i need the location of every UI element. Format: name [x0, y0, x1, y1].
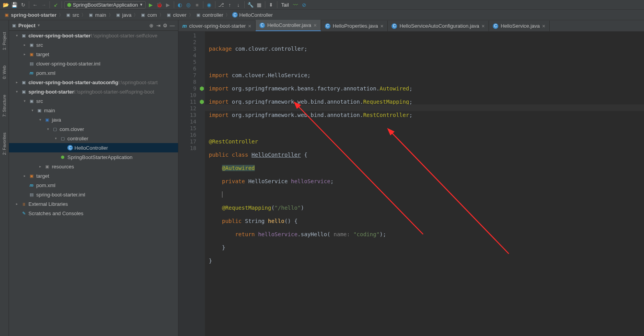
editor-tab[interactable]: CHelloService.java×	[489, 21, 550, 31]
code-editor[interactable]: 123456789101112131415161718 ⬢ ⬢ package …	[178, 32, 644, 336]
collapse-icon[interactable]: ⇥	[155, 22, 162, 29]
tree-label: clover-spring-boot-starter-autoconfig	[28, 80, 118, 85]
tail-wave-icon[interactable]: 〰	[292, 1, 299, 8]
profiler-icon[interactable]: ◐	[176, 1, 183, 8]
tree-node[interactable]: mpom.xml	[9, 180, 178, 190]
locate-icon[interactable]: ⊕	[148, 22, 155, 29]
expand-arrow-icon[interactable]: ▸	[22, 43, 27, 47]
tree-node[interactable]: ▸▣target	[9, 171, 178, 180]
expand-arrow-icon[interactable]: ▾	[22, 99, 27, 103]
open-icon[interactable]: 📂	[2, 1, 9, 8]
breadcrumb-item[interactable]: ▣clover	[164, 12, 188, 18]
close-tab-icon[interactable]: ×	[482, 23, 485, 29]
expand-arrow-icon[interactable]: ▾	[46, 127, 50, 131]
expand-arrow-icon[interactable]: ▾	[53, 136, 58, 140]
tool-window-button[interactable]: 1: Project	[2, 32, 7, 50]
expand-arrow-icon[interactable]: ▸	[22, 52, 27, 56]
git-pull-icon[interactable]: ↓	[235, 1, 242, 8]
tool-window-button[interactable]: 7: Structure	[2, 95, 7, 117]
close-tab-icon[interactable]: ×	[542, 23, 545, 29]
structure-icon[interactable]: ▦	[256, 1, 263, 8]
close-tab-icon[interactable]: ×	[314, 22, 317, 28]
expand-arrow-icon[interactable]: ▸	[38, 164, 42, 168]
wrench-icon[interactable]: 🔧	[247, 1, 254, 8]
tree-node[interactable]: ▾▣src	[9, 96, 178, 106]
tree-node[interactable]: ▸▣target	[9, 50, 178, 59]
gutter-run-icon[interactable]: ⬢	[199, 85, 204, 90]
tree-node[interactable]: ▤spring-boot-starter.iml	[9, 190, 178, 199]
expand-arrow-icon[interactable]: ▾	[38, 118, 42, 122]
run-config-label: SpringBootStarterApplication	[73, 2, 138, 8]
expand-arrow-icon[interactable]: ▾	[14, 90, 19, 94]
tree-label: controller	[67, 136, 88, 141]
tool-window-button[interactable]: 2: Favorites	[2, 133, 7, 155]
gauge-icon[interactable]: ◎	[185, 1, 192, 8]
tree-node[interactable]: CHelloController	[9, 143, 178, 152]
tail-label[interactable]: Tail	[280, 2, 291, 8]
close-tab-icon[interactable]: ×	[380, 23, 383, 29]
tree-node[interactable]: ▤clover-spring-boot-starter.iml	[9, 59, 178, 68]
breadcrumb-item[interactable]: ▣com	[139, 12, 159, 18]
class-icon: C	[232, 12, 238, 18]
expand-arrow-icon[interactable]: ▾	[14, 34, 19, 37]
tree-node[interactable]: ▸⫼External Libraries	[9, 199, 178, 209]
refresh-icon[interactable]: ↻	[19, 1, 26, 8]
tree-node[interactable]: ▸▣src	[9, 40, 178, 50]
tab-label: HelloProperties.java	[333, 23, 378, 29]
breadcrumb-item[interactable]: ▣src	[64, 12, 81, 18]
run-config-selector[interactable]: ⬢ SpringBootStarterApplication ▼	[64, 1, 146, 9]
tree-node[interactable]: ▸▣resources	[9, 162, 178, 171]
code-content[interactable]: package com.clover.controller; import co…	[205, 32, 644, 336]
expand-arrow-icon[interactable]: ▸	[14, 80, 19, 84]
line-number: 9	[178, 85, 196, 92]
run-coverage-icon[interactable]: ▶	[164, 1, 171, 8]
close-tab-icon[interactable]: ×	[248, 23, 251, 29]
git-branch-icon[interactable]: ⎇	[218, 1, 225, 8]
editor-area: mclover-spring-boot-starter×CHelloContro…	[178, 20, 644, 336]
expand-arrow-icon[interactable]: ▾	[30, 108, 35, 112]
project-title[interactable]: Project	[18, 23, 35, 28]
debug-icon[interactable]: 🐞	[156, 1, 163, 8]
editor-tab[interactable]: CHelloController.java×	[256, 20, 321, 31]
save-icon[interactable]: 💾	[11, 1, 18, 8]
db-icon[interactable]: ◉	[206, 1, 213, 8]
tree-node[interactable]: ▾▣main	[9, 106, 178, 115]
tree-node[interactable]: mpom.xml	[9, 68, 178, 78]
breadcrumb-item[interactable]: ▣java	[114, 12, 133, 18]
stop-icon[interactable]: ■	[194, 1, 201, 8]
tree-node[interactable]: ⬢SpringBootStarterApplication	[9, 152, 178, 162]
project-tree[interactable]: ▾▣clover-spring-boot-starter I:\springbo…	[9, 31, 178, 336]
expand-arrow-icon[interactable]: ▸	[22, 174, 27, 178]
breadcrumb-item[interactable]: CHelloController	[231, 12, 274, 18]
gutter-run-icon[interactable]: ⬢	[199, 99, 204, 103]
breadcrumb-item[interactable]: ▣main	[86, 12, 108, 18]
tree-node[interactable]: ▾▢com.clover	[9, 124, 178, 134]
gear-icon[interactable]: ⚙	[162, 22, 169, 29]
editor-tab[interactable]: CHelloProperties.java×	[321, 21, 388, 31]
expand-arrow-icon[interactable]: ▸	[14, 202, 19, 206]
tree-node[interactable]: ✎Scratches and Consoles	[9, 209, 178, 218]
back-icon[interactable]: ←	[32, 1, 39, 8]
ant-icon[interactable]: ⬍	[268, 1, 275, 8]
chevron-down-icon[interactable]: ▼	[37, 23, 41, 27]
chevron-down-icon: ▼	[139, 3, 143, 7]
editor-tab[interactable]: mclover-spring-boot-starter×	[178, 21, 256, 31]
hide-icon[interactable]: —	[169, 22, 176, 29]
vcs-update-icon[interactable]: ↙	[52, 1, 59, 8]
line-number: 16	[178, 132, 196, 138]
breadcrumb-item[interactable]: ▣controller	[194, 12, 225, 18]
tree-node[interactable]: ▾▣java	[9, 115, 178, 124]
tree-node[interactable]: ▾▢controller	[9, 134, 178, 143]
tree-node[interactable]: ▾▣clover-spring-boot-starter I:\springbo…	[9, 31, 178, 40]
git-push-icon[interactable]: ↑	[226, 1, 233, 8]
run-icon[interactable]: ▶	[147, 1, 154, 8]
forward-icon[interactable]: →	[40, 1, 47, 8]
tool-window-button[interactable]: 0: Web	[2, 65, 7, 79]
tree-node[interactable]: ▸▣clover-spring-boot-starter-autoconfig …	[9, 78, 178, 87]
breadcrumb-label: main	[95, 12, 106, 18]
no-entry-icon[interactable]: ⊘	[300, 1, 307, 8]
breadcrumb-label: com	[147, 12, 157, 18]
tree-node[interactable]: ▾▣spring-boot-starter I:\springboot-star…	[9, 87, 178, 96]
breadcrumb-item[interactable]: ▣spring-boot-starter	[2, 12, 58, 18]
editor-tab[interactable]: CHelloServiceAutoConfiguration.java×	[388, 21, 489, 31]
